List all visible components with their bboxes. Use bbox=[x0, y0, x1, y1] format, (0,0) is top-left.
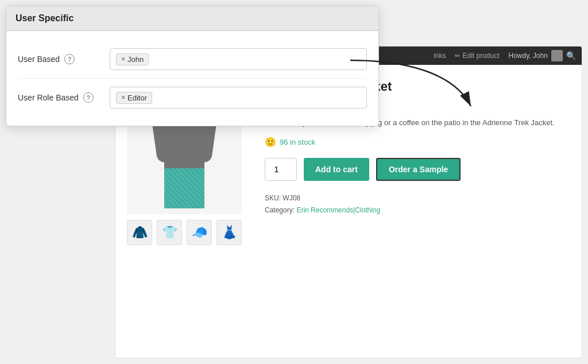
quantity-input[interactable] bbox=[265, 158, 297, 181]
edit-product-item[interactable]: ✏ Edit product bbox=[455, 52, 499, 60]
stock-status: 🙂 96 in stock bbox=[265, 137, 570, 148]
user-role-based-label: User Role Based ? bbox=[18, 92, 110, 103]
stock-icon: 🙂 bbox=[265, 137, 276, 148]
settings-panel: User Specific User Based ? × John User R… bbox=[6, 6, 379, 126]
user-role-based-input[interactable]: × Editor bbox=[110, 87, 367, 109]
category-link[interactable]: Erin Recommends|Clothing bbox=[296, 206, 380, 214]
sku-label: SKU: bbox=[265, 194, 281, 202]
thumbnail-1[interactable]: 🧥 bbox=[127, 220, 152, 245]
user-role-based-tag-remove[interactable]: × bbox=[121, 94, 125, 102]
user-role-based-row: User Role Based ? × Editor bbox=[18, 79, 367, 117]
user-role-based-help-icon[interactable]: ? bbox=[83, 92, 94, 103]
sku-value: WJ08 bbox=[283, 194, 300, 202]
user-based-row: User Based ? × John bbox=[18, 40, 367, 79]
figure-pants-pattern bbox=[164, 168, 204, 208]
admin-bar-links: inks bbox=[434, 52, 446, 60]
user-avatar bbox=[551, 50, 563, 61]
stock-text: 96 in stock bbox=[280, 138, 315, 146]
product-sku: SKU: WJ08 bbox=[265, 192, 570, 205]
thumbnail-3[interactable]: 🧢 bbox=[187, 220, 212, 245]
user-based-input[interactable]: × John bbox=[110, 48, 367, 70]
figure-pants bbox=[164, 168, 204, 208]
settings-panel-header: User Specific bbox=[6, 6, 378, 31]
user-based-tag-remove[interactable]: × bbox=[121, 55, 125, 63]
category-label: Category: bbox=[265, 206, 295, 214]
thumbnail-2[interactable]: 👕 bbox=[157, 220, 182, 245]
product-category: Category: Erin Recommends|Clothing bbox=[265, 204, 570, 217]
user-based-tag: × John bbox=[116, 53, 149, 65]
howdy-section: Howdy, John 🔍 bbox=[509, 50, 576, 61]
add-to-cart-button[interactable]: Add to cart bbox=[304, 158, 369, 181]
admin-search-icon[interactable]: 🔍 bbox=[566, 51, 576, 60]
order-sample-button[interactable]: Order a Sample bbox=[376, 158, 461, 181]
user-role-based-tag: × Editor bbox=[116, 92, 152, 104]
pencil-icon: ✏ bbox=[455, 52, 460, 60]
settings-panel-title: User Specific bbox=[16, 13, 74, 23]
settings-panel-body: User Based ? × John User Role Based ? × … bbox=[6, 31, 378, 126]
user-based-help-icon[interactable]: ? bbox=[64, 54, 75, 64]
thumbnail-4[interactable]: 👗 bbox=[216, 220, 242, 245]
add-to-cart-row: Add to cart Order a Sample bbox=[265, 158, 570, 181]
product-meta: SKU: WJ08 Category: Erin Recommends|Clot… bbox=[265, 192, 570, 217]
user-based-label: User Based ? bbox=[18, 54, 110, 64]
product-thumbnails: 🧥 👕 🧢 👗 bbox=[127, 220, 253, 245]
